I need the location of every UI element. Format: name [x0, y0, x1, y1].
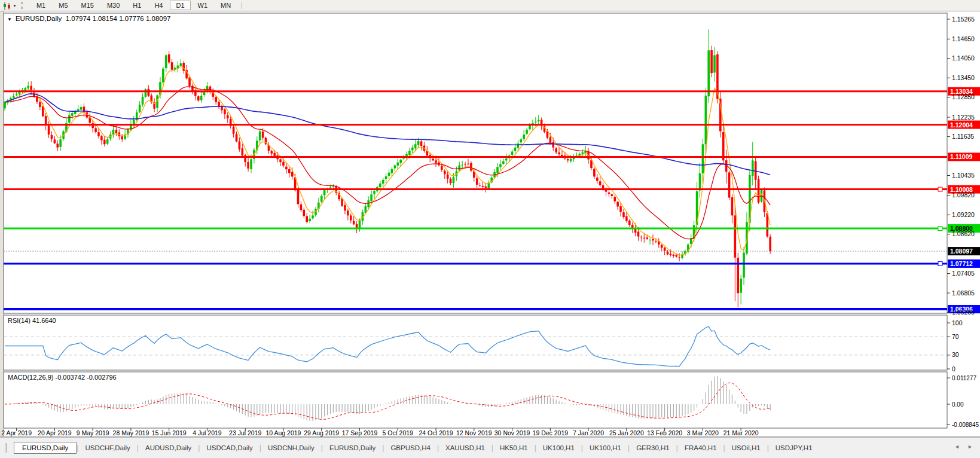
candle-body	[239, 142, 241, 149]
tab-scroll-left-icon[interactable]: ◄	[954, 444, 960, 450]
toolbar-grip[interactable]	[21, 2, 26, 9]
chart-type-dropdown-icon[interactable]: ▼	[13, 4, 17, 8]
candle-body	[236, 134, 238, 141]
price-axis-tick-label: 1.12235	[952, 114, 975, 121]
chart-title-ohlc: 1.07974 1.08154 1.07776 1.08097	[66, 15, 171, 22]
candle-body	[552, 142, 554, 148]
line-anchor-handle[interactable]	[938, 227, 942, 231]
candle-body	[408, 151, 411, 155]
candle-body	[367, 200, 370, 207]
chart-tab-usdcad-daily[interactable]: USDCAD,Daily	[200, 442, 259, 453]
candle-body	[453, 177, 455, 183]
timeframe-button-H4[interactable]: H4	[148, 1, 169, 10]
chart-title-symbol: EURUSD,Daily	[16, 15, 62, 22]
chart-window-left-edge	[0, 11, 4, 436]
candle-body	[523, 135, 525, 139]
timeframe-button-M1[interactable]: M1	[30, 1, 51, 10]
chart-tab-xauusd-h1[interactable]: XAUUSD,H1	[439, 442, 491, 453]
candle-body	[769, 237, 771, 251]
candle-body	[19, 92, 21, 94]
candle-body	[420, 141, 423, 146]
timeframe-button-W1[interactable]: W1	[192, 1, 214, 10]
candle-body	[435, 160, 437, 163]
application-window: ▼ M1M5M15M30H1H4D1W1MN 1.130341.120041.1…	[0, 0, 980, 458]
chart-tab-uk100-h1[interactable]: UK100,H1	[536, 442, 581, 453]
date-axis-label: 24 Oct 2019	[419, 429, 453, 436]
candle-body	[285, 167, 288, 170]
candle-body	[713, 55, 716, 72]
candle-body	[652, 239, 654, 240]
timeframe-button-M30[interactable]: M30	[101, 1, 126, 10]
candle-body	[242, 148, 244, 155]
candle-body	[353, 221, 355, 224]
macd-axis-tick-label: 0.011277	[952, 375, 976, 381]
chart-tab-uk100-h1[interactable]: UK100,H1	[583, 442, 628, 453]
candle-body	[97, 132, 100, 136]
candle-body	[520, 139, 522, 142]
symbol-collapse-icon[interactable]: ▼	[7, 17, 12, 22]
candle-body	[332, 187, 335, 187]
candle-body	[417, 141, 420, 145]
candle-body	[71, 113, 74, 116]
rsi-axis-tick-label: 70	[952, 333, 959, 340]
candle-body	[271, 151, 273, 154]
chart-tab-fra40-h1[interactable]: FRA40,H1	[678, 442, 723, 453]
candle-body	[259, 132, 261, 141]
price-axis-tick-label: 1.13450	[952, 74, 975, 81]
chart-tab-eurusd-daily[interactable]: EURUSD,Daily	[14, 442, 77, 454]
candle-body	[702, 144, 704, 173]
chart-tab-ger30-h1[interactable]: GER30,H1	[630, 442, 676, 453]
candle-body	[752, 160, 754, 176]
candle-body	[526, 130, 528, 134]
candle-body	[646, 237, 648, 239]
candle-body	[479, 185, 481, 186]
timeframe-button-M5[interactable]: M5	[53, 1, 74, 10]
timeframe-button-M15[interactable]: M15	[75, 1, 100, 10]
candle-body	[309, 219, 311, 221]
candle-body	[247, 162, 249, 169]
candle-body	[649, 240, 651, 240]
rsi-axis-tick-label: 0	[952, 365, 955, 372]
chart-tab-usoil-h1[interactable]: USOil,H1	[725, 442, 767, 453]
candle-body	[188, 78, 191, 86]
candle-body	[758, 179, 760, 203]
price-axis: 1.152651.146501.140501.134501.128501.122…	[947, 16, 975, 316]
date-axis-label: 17 Sep 2019	[342, 429, 378, 436]
macd-axis-tick-label: -0.008845	[952, 422, 979, 428]
candlestick-chart-icon[interactable]	[2, 2, 12, 10]
rsi-panel-area[interactable]	[4, 315, 947, 370]
chart-canvas[interactable]: 1.130341.120041.110091.100081.088001.077…	[0, 0, 980, 458]
candle-body	[444, 171, 446, 175]
candle-body	[303, 210, 306, 216]
candle-body	[224, 109, 226, 114]
candle-body	[80, 107, 83, 110]
chart-tab-hk50-h1[interactable]: HK50,H1	[493, 442, 535, 453]
candle-body	[655, 241, 657, 242]
chart-tab-usdjpy-h1[interactable]: USDJPY,H1	[769, 442, 819, 453]
candle-body	[728, 172, 731, 197]
timeframe-button-MN[interactable]: MN	[215, 1, 237, 10]
price-chart-area[interactable]	[4, 13, 947, 313]
macd-panel-area[interactable]	[4, 372, 947, 428]
candle-body	[678, 258, 680, 258]
chart-tab-usdchf-daily[interactable]: USDCHF,Daily	[78, 442, 136, 453]
chart-tab-usdcnh-daily[interactable]: USDCNH,Daily	[261, 442, 321, 453]
candle-body	[300, 204, 303, 210]
timeframe-button-H1[interactable]: H1	[127, 1, 147, 10]
candle-body	[288, 169, 291, 173]
candle-body	[365, 206, 367, 213]
chart-tab-eurusd-daily[interactable]: EURUSD,Daily	[323, 442, 382, 453]
date-axis-label: 29 Aug 2019	[304, 429, 339, 436]
candle-body	[458, 165, 460, 170]
tabbar-grip[interactable]	[5, 443, 10, 453]
timeframe-button-D1[interactable]: D1	[170, 1, 190, 10]
candle-body	[297, 190, 300, 204]
line-anchor-handle[interactable]	[938, 261, 942, 265]
candle-body	[382, 180, 384, 184]
date-axis-label: 19 Dec 2019	[533, 429, 569, 436]
chart-tab-audusd-daily[interactable]: AUDUSD,Daily	[139, 442, 198, 453]
chart-tab-gbpusd-h4[interactable]: GBPUSD,H4	[384, 442, 436, 453]
line-anchor-handle[interactable]	[938, 187, 942, 191]
tab-scroll-right-icon[interactable]: ►	[967, 444, 973, 450]
candle-body	[4, 102, 6, 108]
